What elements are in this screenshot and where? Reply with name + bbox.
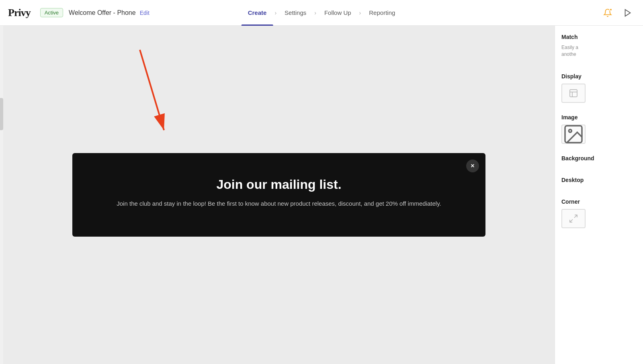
header-actions — [601, 6, 635, 20]
panel-corner-section: Corner — [561, 198, 637, 228]
bell-icon[interactable] — [601, 6, 614, 19]
logo[interactable]: Privy — [8, 7, 31, 19]
panel-match-title: Match — [561, 34, 637, 40]
corner-option-box[interactable] — [561, 209, 586, 228]
tab-settings[interactable]: Settings — [278, 6, 313, 19]
left-panel-handle[interactable] — [0, 98, 3, 130]
tab-create[interactable]: Create — [242, 6, 273, 19]
edit-link[interactable]: Edit — [140, 10, 149, 16]
modal-title: Join our mailing list. — [216, 177, 341, 192]
svg-marker-0 — [625, 9, 631, 16]
campaign-title: Welcome Offer - Phone — [69, 9, 136, 16]
tab-follow-up[interactable]: Follow Up — [318, 6, 358, 19]
chevron-icon-2: › — [314, 10, 316, 16]
panel-background-section: Background — [561, 155, 637, 166]
svg-point-7 — [569, 129, 571, 132]
panel-desktop-section: Desktop — [561, 177, 637, 187]
modal-close-button[interactable]: × — [466, 160, 479, 172]
play-button[interactable] — [620, 6, 635, 20]
svg-rect-3 — [570, 90, 577, 97]
canvas-area: × Join our mailing list. Join the club a… — [3, 26, 555, 364]
tab-reporting[interactable]: Reporting — [362, 6, 401, 19]
panel-display-title: Display — [561, 73, 637, 80]
chevron-icon-3: › — [359, 10, 361, 16]
nav-tabs: Create › Settings › Follow Up › Reportin… — [242, 6, 402, 19]
header: Privy Active Welcome Offer - Phone Edit … — [0, 0, 643, 26]
panel-image-section: Image — [561, 114, 637, 144]
panel-match-section: Match Easily aanothe — [561, 34, 637, 62]
svg-line-8 — [574, 215, 577, 218]
modal-subtitle: Join the club and stay in the loop! Be t… — [117, 199, 441, 209]
status-badge: Active — [40, 8, 63, 17]
svg-line-9 — [570, 219, 573, 222]
modal-card: × Join our mailing list. Join the club a… — [72, 153, 485, 237]
right-panel: Match Easily aanothe Display Image — [555, 26, 643, 364]
main-area: × Join our mailing list. Join the club a… — [0, 26, 643, 364]
svg-line-2 — [140, 50, 164, 130]
panel-image-title: Image — [561, 114, 637, 121]
panel-display-section: Display — [561, 73, 637, 103]
bell-notification-dot — [609, 8, 612, 11]
arrow-annotation — [128, 50, 184, 158]
panel-match-subtitle: Easily aanothe — [561, 44, 637, 58]
panel-background-title: Background — [561, 155, 637, 162]
display-option-box[interactable] — [561, 84, 586, 103]
panel-corner-title: Corner — [561, 198, 637, 205]
panel-desktop-title: Desktop — [561, 177, 637, 183]
chevron-icon-1: › — [274, 10, 276, 16]
image-option-box[interactable] — [561, 125, 586, 144]
